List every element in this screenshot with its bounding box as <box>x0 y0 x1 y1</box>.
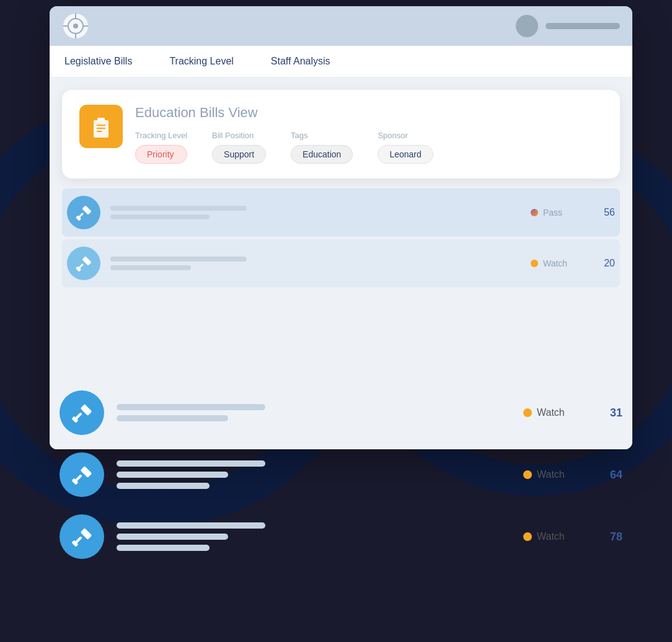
status-dot <box>523 408 532 417</box>
header-right <box>516 15 620 37</box>
gavel-icon <box>74 254 93 273</box>
outside-line-1 <box>117 522 265 529</box>
education-badge[interactable]: Education <box>291 145 353 164</box>
outside-item[interactable]: Watch 64 <box>50 446 632 503</box>
tags-label: Tags <box>291 131 353 140</box>
gavel-icon <box>71 402 93 424</box>
outside-list: Watch 31 Watch 64 <box>50 384 632 565</box>
clipboard-icon <box>89 114 113 139</box>
list-text <box>110 206 521 219</box>
field-tracking-level: Tracking Level Priority <box>135 131 187 164</box>
app-nav: Legislative Bills Tracking Level Staff A… <box>50 46 632 77</box>
tracking-level-label: Tracking Level <box>135 131 187 140</box>
outside-status: Watch <box>523 469 579 480</box>
outside-line-3 <box>117 545 210 551</box>
list-item-icon <box>67 196 100 229</box>
app-header <box>50 6 632 46</box>
svg-rect-15 <box>82 256 92 266</box>
nav-tracking-level[interactable]: Tracking Level <box>169 56 233 67</box>
outside-number: 31 <box>591 407 622 420</box>
outside-number: 64 <box>591 468 622 482</box>
popup-card: Education Bills View Tracking Level Prio… <box>62 90 620 178</box>
outside-number: 78 <box>591 530 622 543</box>
outside-item-icon <box>60 452 104 497</box>
status-text: Pass <box>543 208 562 218</box>
svg-rect-8 <box>97 118 105 121</box>
svg-rect-24 <box>80 528 92 540</box>
list-item-icon <box>67 247 100 280</box>
outside-line-1 <box>117 404 265 410</box>
gavel-icon <box>74 203 93 222</box>
list-line-1 <box>110 206 247 211</box>
outside-line-1 <box>117 460 265 467</box>
svg-line-26 <box>77 538 81 542</box>
outside-line-2 <box>117 472 228 478</box>
field-bill-position: Bill Position Support <box>212 131 266 164</box>
avatar <box>516 15 538 37</box>
support-badge[interactable]: Support <box>212 145 266 164</box>
svg-line-17 <box>79 265 82 268</box>
leonard-badge[interactable]: Leonard <box>378 145 433 164</box>
app-window: Legislative Bills Tracking Level Staff A… <box>50 6 632 449</box>
list-number: 20 <box>590 258 615 269</box>
outside-status-text: Watch <box>537 407 565 418</box>
nav-legislative-bills[interactable]: Legislative Bills <box>64 56 132 67</box>
sponsor-label: Sponsor <box>378 131 433 140</box>
list-line-1 <box>110 257 247 262</box>
status-dot <box>523 532 532 541</box>
popup-icon <box>79 105 123 148</box>
status-text: Watch <box>543 258 567 268</box>
outside-line-2 <box>117 534 228 540</box>
svg-line-20 <box>77 414 81 418</box>
popup-title: Education Bills View <box>135 105 603 121</box>
status-dot <box>531 260 538 267</box>
outside-line-3 <box>117 483 210 489</box>
priority-badge[interactable]: Priority <box>135 145 187 164</box>
outside-line-2 <box>117 415 228 421</box>
bill-position-label: Bill Position <box>212 131 266 140</box>
list-text <box>110 257 521 270</box>
outside-text <box>117 404 511 421</box>
popup-fields: Tracking Level Priority Bill Position Su… <box>135 131 603 164</box>
svg-rect-21 <box>80 466 92 478</box>
list-number: 56 <box>590 207 615 218</box>
app-logo <box>62 12 89 40</box>
status-dot <box>523 470 532 479</box>
list-status: Watch <box>531 258 580 268</box>
outside-text <box>117 522 511 551</box>
list-item[interactable]: Watch 20 <box>62 239 620 288</box>
gavel-icon <box>71 525 93 548</box>
list-item[interactable]: Pass 56 <box>62 188 620 237</box>
list-line-2 <box>110 214 210 219</box>
outside-status: Watch <box>523 407 579 418</box>
list-area: Pass 56 Watc <box>62 188 620 288</box>
outside-item[interactable]: Watch 78 <box>50 508 632 565</box>
svg-line-14 <box>79 214 82 217</box>
outside-item[interactable]: Watch 31 <box>50 384 632 441</box>
svg-rect-18 <box>80 404 92 416</box>
outside-item-icon <box>60 514 104 559</box>
list-line-2 <box>110 265 191 270</box>
field-tags: Tags Education <box>291 131 353 164</box>
svg-line-23 <box>77 476 81 480</box>
outside-item-icon <box>60 390 104 435</box>
header-placeholder <box>546 23 620 29</box>
outside-text <box>117 460 511 489</box>
status-dot <box>531 209 538 216</box>
list-status: Pass <box>531 208 580 218</box>
outside-status-text: Watch <box>537 469 565 480</box>
outside-status: Watch <box>523 531 579 542</box>
nav-staff-analysis[interactable]: Staff Analysis <box>271 56 330 67</box>
popup-content: Education Bills View Tracking Level Prio… <box>135 105 603 164</box>
gavel-icon <box>71 464 93 486</box>
field-sponsor: Sponsor Leonard <box>378 131 433 164</box>
svg-point-2 <box>73 24 78 29</box>
svg-rect-12 <box>82 205 92 215</box>
outside-status-text: Watch <box>537 531 565 542</box>
